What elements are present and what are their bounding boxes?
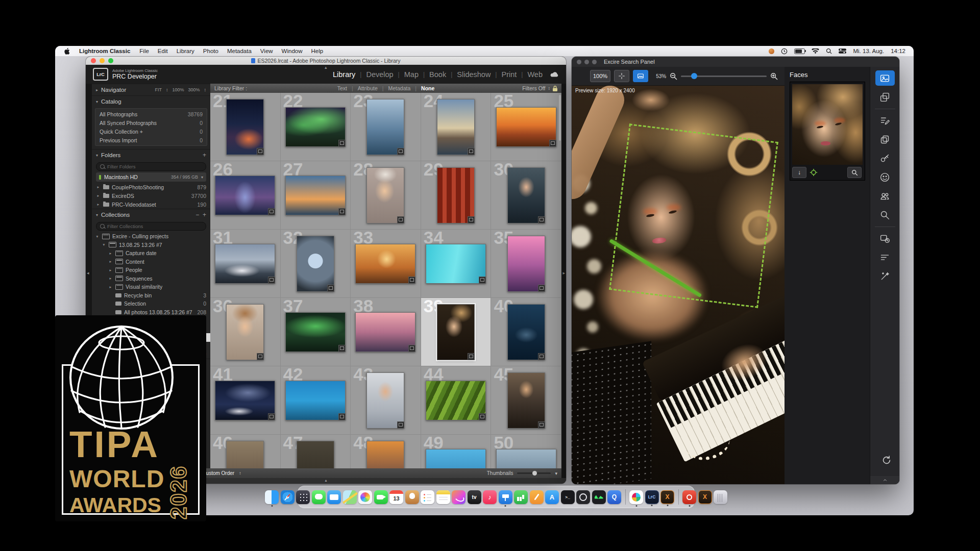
expand-arrow-icon[interactable]: ▸ xyxy=(96,202,101,207)
filter-option-none[interactable]: None xyxy=(421,85,434,91)
dock-item-launchpad[interactable] xyxy=(296,490,310,504)
grid-cell-34[interactable]: 34 xyxy=(421,230,492,298)
top-panel-collapse-arrow[interactable]: ▴ xyxy=(325,65,327,70)
refresh-icon[interactable] xyxy=(881,455,892,468)
collection-item[interactable]: Selection0 xyxy=(92,299,210,308)
excire-menubar-icon[interactable] xyxy=(769,48,774,54)
dock-item-terminal[interactable]: >_ xyxy=(561,490,575,504)
lightroom-titlebar[interactable]: ES2026.lrcat - Adobe Photoshop Lightroom… xyxy=(86,57,566,65)
menubar-time[interactable]: 14:12 xyxy=(891,48,905,54)
module-book[interactable]: Book xyxy=(429,70,446,79)
time-machine-icon[interactable] xyxy=(781,48,788,55)
dock-item-contacts[interactable] xyxy=(405,490,419,504)
folder-item[interactable]: ▸ExcireDS37700 xyxy=(92,191,210,200)
left-panel-collapse-arrow[interactable]: ◂ xyxy=(87,271,89,276)
grid-cell-24[interactable]: 24 xyxy=(421,93,492,161)
photo-thumbnail[interactable] xyxy=(297,236,334,292)
wifi-icon[interactable] xyxy=(812,48,819,54)
photo-thumbnail[interactable] xyxy=(215,381,275,420)
photo-thumbnail[interactable] xyxy=(366,167,404,223)
grid-cell-49[interactable]: 49 xyxy=(421,435,492,468)
copy-icon[interactable] xyxy=(875,132,895,147)
navigator-100[interactable]: 100% xyxy=(172,87,184,92)
expand-arrow-icon[interactable]: ▸ xyxy=(108,259,113,264)
grid-cell-29[interactable]: 29 xyxy=(421,161,492,230)
volume-row[interactable]: Macintosh HD 354 / 995 GB ▾ xyxy=(96,172,206,182)
photo-thumbnail[interactable] xyxy=(426,449,486,469)
dock-item-redapp[interactable] xyxy=(682,490,696,504)
collection-item[interactable]: ▸People xyxy=(92,266,210,274)
filter-option-metadata[interactable]: Metadata xyxy=(388,85,411,91)
dock-item-media[interactable] xyxy=(452,490,465,504)
grid-cell-44[interactable]: 44 xyxy=(421,366,492,435)
dock-item-lightroom[interactable]: LrC xyxy=(645,490,659,504)
fit-image-button[interactable] xyxy=(633,70,648,82)
catalog-item[interactable]: Previous Import0 xyxy=(95,136,207,144)
menubar-menu-help[interactable]: Help xyxy=(311,48,323,54)
menubar-menu-edit[interactable]: Edit xyxy=(158,48,168,54)
dock-item-discs[interactable] xyxy=(576,490,590,504)
grid-cell-27[interactable]: 27 xyxy=(281,161,351,230)
expand-arrow-icon[interactable]: ▾ xyxy=(95,234,100,239)
filter-option-attribute[interactable]: Attribute xyxy=(358,85,378,91)
listedit-icon[interactable] xyxy=(875,113,895,128)
module-print[interactable]: Print xyxy=(501,70,517,79)
photo-thumbnail[interactable] xyxy=(226,99,264,155)
dock-item-appletv[interactable]: tv xyxy=(468,490,481,504)
module-map[interactable]: Map xyxy=(404,70,419,79)
grid-scrollbar[interactable] xyxy=(559,95,561,141)
folders-section-header[interactable]: ▾Folders+ xyxy=(92,149,210,161)
catalog-item[interactable]: Quick Collection +0 xyxy=(95,127,207,136)
grid-cell-41[interactable]: 41 xyxy=(210,366,281,435)
grid-cell-50[interactable]: 50 xyxy=(491,435,561,468)
catalog-item[interactable]: All Photographs38769 xyxy=(95,110,207,118)
collection-item[interactable]: ▾Excire - Culling projects xyxy=(92,232,210,241)
dock-item-safari[interactable] xyxy=(281,490,295,504)
dock-item-facetime[interactable] xyxy=(374,490,388,504)
grid-cell-43[interactable]: 43 xyxy=(351,366,421,435)
photo-thumbnail[interactable] xyxy=(366,372,404,429)
search-similar-faces-button[interactable] xyxy=(847,167,862,178)
catalog-item[interactable]: All Synced Photographs0 xyxy=(95,118,207,127)
preview-photo[interactable] xyxy=(572,86,785,484)
grid-cell-37[interactable]: 37 xyxy=(281,298,351,366)
photo-thumbnail[interactable] xyxy=(426,381,486,420)
zoom-100-button[interactable]: 100% xyxy=(590,70,610,82)
key-icon[interactable] xyxy=(875,151,895,166)
collection-item[interactable]: ▸Visual similarity xyxy=(92,283,210,291)
expand-arrow-icon[interactable]: ▸ xyxy=(108,268,113,272)
dock-item-photos[interactable] xyxy=(358,490,372,504)
sort-value-dropdown[interactable]: Custom Order xyxy=(202,470,234,476)
grid-cell-22[interactable]: 22 xyxy=(281,93,351,161)
close-button[interactable] xyxy=(91,58,96,63)
grid-cell-23[interactable]: 23 xyxy=(351,93,421,161)
photo-thumbnail[interactable] xyxy=(285,107,346,147)
apple-logo-icon[interactable] xyxy=(63,47,70,55)
dock-item-numbers[interactable] xyxy=(514,490,528,504)
photo-thumbnail[interactable] xyxy=(285,381,346,420)
photo-thumbnail[interactable] xyxy=(437,99,475,155)
dock-item-qapp[interactable]: Q xyxy=(607,490,621,504)
collection-item[interactable]: ▾13.08.25 13:26 #7 xyxy=(92,241,210,249)
photo-thumbnail[interactable] xyxy=(215,244,275,284)
menubar-date[interactable]: Mi. 13. Aug. xyxy=(853,48,884,54)
filter-folders-input[interactable]: Filter Folders xyxy=(96,162,206,171)
face-thumbnail[interactable] xyxy=(792,84,863,165)
minimize-button[interactable] xyxy=(100,58,105,63)
grid-cell-32[interactable]: 32 xyxy=(281,230,351,298)
grid-cell-40[interactable]: 40 xyxy=(491,298,561,366)
grid-cell-35[interactable]: 35 xyxy=(491,230,561,298)
dock-item-slack[interactable] xyxy=(629,490,643,504)
grid-cell-28[interactable]: 28 xyxy=(351,161,421,230)
dock-item-mail[interactable] xyxy=(327,490,341,504)
dock-item-appstore[interactable]: A xyxy=(545,490,559,504)
folder-item[interactable]: ▸PRC-Videodataset190 xyxy=(92,200,210,209)
expand-arrow-icon[interactable]: ▾ xyxy=(102,242,106,247)
grid-cell-47[interactable]: 47 xyxy=(281,435,351,468)
grid-cell-21[interactable]: 21 xyxy=(210,93,281,161)
grid-cell-31[interactable]: 31 xyxy=(210,230,281,298)
dock-item-messages[interactable] xyxy=(312,490,326,504)
dock-item-activity[interactable] xyxy=(592,490,606,504)
dock-item-pages[interactable] xyxy=(530,490,544,504)
photo-thumbnail[interactable] xyxy=(507,236,545,292)
